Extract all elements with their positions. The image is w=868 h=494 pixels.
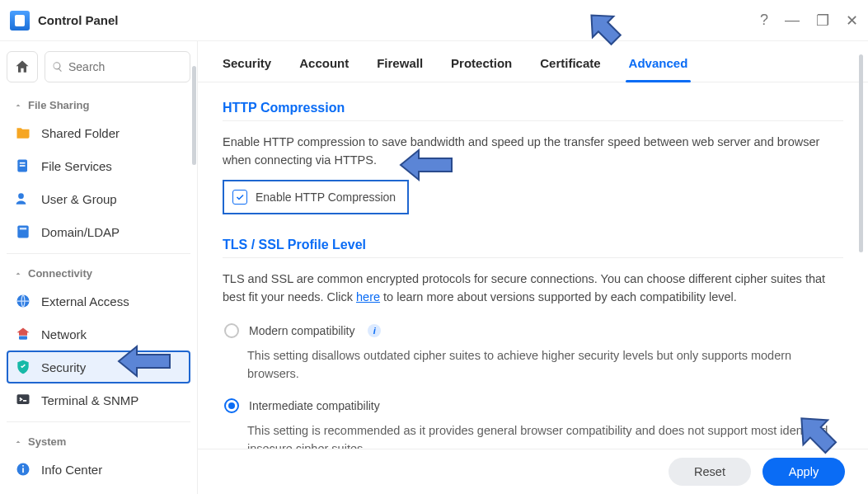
- sidebar-item-label: Security: [41, 360, 86, 374]
- divider: [223, 257, 843, 258]
- apply-button[interactable]: Apply: [762, 458, 845, 486]
- info-icon[interactable]: i: [368, 324, 381, 337]
- radio-label: Modern compatibility: [249, 324, 354, 337]
- folder-icon: [15, 125, 31, 141]
- radio-icon: [224, 398, 239, 413]
- maximize-button[interactable]: ❐: [816, 12, 829, 30]
- sidebar-item-network[interactable]: Network: [7, 318, 190, 351]
- sidebar-item-shared-folder[interactable]: Shared Folder: [7, 116, 190, 149]
- svg-rect-10: [22, 468, 24, 473]
- window-controls: ? — ❐ ✕: [760, 12, 858, 30]
- reset-button[interactable]: Reset: [669, 458, 751, 486]
- svg-rect-2: [20, 165, 26, 167]
- sidebar-item-info-center[interactable]: Info Center: [7, 453, 190, 486]
- terminal-icon: [15, 392, 31, 408]
- home-button[interactable]: [7, 51, 38, 82]
- close-button[interactable]: ✕: [846, 12, 858, 30]
- search-icon: [52, 60, 63, 73]
- sidebar-item-label: Domain/LDAP: [41, 225, 120, 239]
- content-area: HTTP Compression Enable HTTP compression…: [198, 82, 868, 449]
- chevron-up-icon: [13, 269, 23, 279]
- section-system[interactable]: System: [7, 427, 190, 453]
- search-field[interactable]: [45, 51, 190, 82]
- search-input[interactable]: [68, 60, 183, 73]
- svg-rect-5: [20, 228, 26, 230]
- tab-protection[interactable]: Protection: [451, 56, 512, 82]
- radio-modern-desc: This setting disallows outdated cipher s…: [223, 345, 843, 392]
- divider: [223, 120, 843, 121]
- radio-intermediate[interactable]: Intermediate compatibility: [223, 392, 843, 420]
- chevron-up-icon: [13, 101, 23, 111]
- svg-rect-11: [22, 465, 24, 467]
- section-label: Connectivity: [28, 267, 92, 280]
- footer: Reset Apply: [198, 449, 868, 494]
- enable-http-compression-checkbox[interactable]: Enable HTTP Compression: [223, 180, 409, 214]
- section-connectivity[interactable]: Connectivity: [7, 259, 190, 285]
- radio-intermediate-desc: This setting is recommended as it provid…: [223, 420, 843, 449]
- info-icon: [15, 461, 31, 478]
- tls-learn-more-link[interactable]: here: [356, 290, 380, 303]
- svg-point-3: [18, 193, 24, 199]
- svg-rect-1: [20, 162, 26, 164]
- tls-desc: TLS and SSL are common encrypted protoco…: [223, 270, 843, 307]
- sidebar-item-external-access[interactable]: External Access: [7, 285, 190, 318]
- sidebar-item-label: External Access: [41, 294, 129, 308]
- sidebar-item-terminal-snmp[interactable]: Terminal & SNMP: [7, 383, 190, 416]
- sidebar-item-security[interactable]: Security: [7, 351, 190, 383]
- checkbox-icon: [232, 190, 247, 205]
- section-title-tls: TLS / SSL Profile Level: [223, 238, 843, 252]
- http-compression-desc: Enable HTTP compression to save bandwidt…: [223, 133, 843, 170]
- radio-modern[interactable]: Modern compatibility i: [223, 317, 843, 345]
- sidebar-item-label: Info Center: [41, 463, 102, 477]
- radio-label: Intermediate compatibility: [249, 399, 380, 412]
- tls-profile-radio-group: Modern compatibility i This setting disa…: [223, 317, 843, 449]
- sidebar-item-label: File Services: [41, 159, 112, 173]
- svg-rect-8: [17, 394, 30, 404]
- section-label: File Sharing: [28, 99, 89, 111]
- help-button[interactable]: ?: [760, 12, 768, 30]
- sidebar-item-label: Shared Folder: [41, 126, 120, 140]
- svg-rect-7: [19, 336, 27, 340]
- chevron-up-icon: [13, 437, 23, 447]
- content-scrollbar[interactable]: [859, 54, 863, 252]
- sidebar-item-file-services[interactable]: File Services: [7, 149, 190, 182]
- files-icon: [15, 158, 31, 174]
- book-icon: [15, 223, 31, 240]
- main-panel: Security Account Firewall Protection Cer…: [198, 41, 868, 494]
- divider: [7, 421, 190, 422]
- home-icon: [14, 59, 30, 75]
- network-icon: [15, 326, 31, 342]
- minimize-button[interactable]: —: [785, 12, 800, 30]
- tls-desc-post: to learn more about versions supported b…: [380, 290, 737, 303]
- shield-icon: [15, 359, 31, 375]
- users-icon: [15, 191, 31, 207]
- globe-icon: [15, 293, 31, 309]
- sidebar-scrollbar[interactable]: [192, 66, 196, 165]
- sidebar-item-label: User & Group: [41, 192, 117, 206]
- divider: [7, 253, 190, 254]
- tab-firewall[interactable]: Firewall: [377, 56, 423, 82]
- section-title-http-compression: HTTP Compression: [223, 101, 843, 115]
- checkbox-label: Enable HTTP Compression: [256, 191, 396, 204]
- section-file-sharing[interactable]: File Sharing: [7, 91, 190, 116]
- tab-security[interactable]: Security: [223, 56, 271, 82]
- radio-icon: [224, 323, 239, 338]
- titlebar: Control Panel ? — ❐ ✕: [0, 0, 868, 41]
- tabs: Security Account Firewall Protection Cer…: [198, 41, 868, 82]
- window-title: Control Panel: [38, 13, 119, 27]
- tab-certificate[interactable]: Certificate: [540, 56, 600, 82]
- sidebar: File Sharing Shared Folder File Services…: [0, 41, 198, 494]
- section-label: System: [28, 435, 66, 448]
- app-icon: [10, 11, 30, 31]
- sidebar-item-label: Network: [41, 327, 87, 341]
- sidebar-item-user-group[interactable]: User & Group: [7, 182, 190, 215]
- svg-rect-4: [17, 226, 28, 238]
- sidebar-item-label: Terminal & SNMP: [41, 393, 138, 407]
- sidebar-item-domain-ldap[interactable]: Domain/LDAP: [7, 215, 190, 248]
- tab-account[interactable]: Account: [299, 56, 349, 82]
- tab-advanced[interactable]: Advanced: [629, 56, 688, 82]
